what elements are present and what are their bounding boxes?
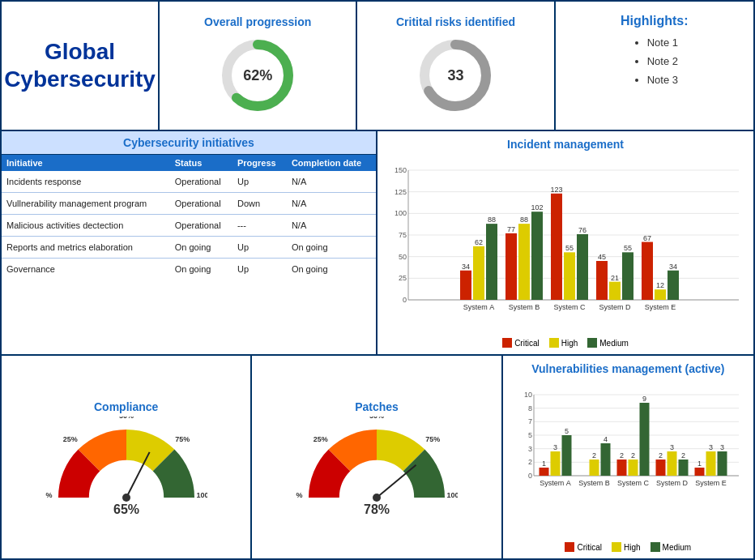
- incident-title: Incident management: [384, 138, 747, 151]
- compliance-gauge: [45, 417, 207, 514]
- initiative-status: On going: [170, 259, 232, 280]
- table-header-row: Initiative Status Progress Completion da…: [2, 155, 376, 171]
- initiative-name: Incidents response: [2, 171, 170, 193]
- initiatives-table: Initiative Status Progress Completion da…: [2, 155, 376, 280]
- initiatives-panel: Cybersecurity initiatives Initiative Sta…: [2, 131, 378, 354]
- initiatives-title: Cybersecurity initiatives: [2, 131, 376, 155]
- col-progress: Progress: [232, 155, 287, 171]
- initiative-name: Governance: [2, 259, 170, 280]
- vuln-high-box: [612, 542, 621, 552]
- highlights-title: Highlights:: [621, 14, 689, 28]
- initiative-status: Operational: [170, 215, 232, 237]
- overall-progression-donut: 62%: [217, 35, 298, 116]
- high-legend-box: [549, 338, 559, 348]
- legend-critical: Critical: [502, 338, 540, 348]
- medium-legend-box: [587, 338, 597, 348]
- highlight-note-2: Note 2: [647, 55, 678, 67]
- vuln-legend: Critical High Medium: [510, 542, 747, 552]
- initiative-name: Reports and metrics elaboration: [2, 237, 170, 259]
- table-row: Vullnerability management program Operat…: [2, 193, 376, 215]
- initiative-completion: On going: [287, 259, 376, 280]
- initiative-status: Operational: [170, 171, 232, 193]
- compliance-title: Compliance: [94, 400, 158, 413]
- vulnerabilities-panel: Vulnerabilities management (active) Crit…: [503, 356, 753, 558]
- critical-risks-label: Critital risks identified: [396, 15, 515, 28]
- initiative-progress: ---: [232, 215, 287, 237]
- vuln-chart: [510, 378, 747, 508]
- patches-panel: Patches: [252, 356, 502, 558]
- highlight-note-3: Note 3: [647, 74, 678, 86]
- vuln-legend-critical: Critical: [565, 542, 602, 552]
- legend-medium: Medium: [587, 338, 629, 348]
- title-cell: Global Cybersecurity: [2, 2, 160, 130]
- col-status: Status: [170, 155, 232, 171]
- initiatives-body: Incidents response Operational Up N/A Vu…: [2, 171, 376, 280]
- incident-legend: Critical High Medium: [384, 338, 747, 348]
- patches-gauge: [296, 417, 458, 514]
- initiative-name: Malicious activities dectection: [2, 215, 170, 237]
- initiative-progress: Up: [232, 237, 287, 259]
- vuln-critical-box: [565, 542, 574, 552]
- bot-row: Compliance Patches Vulnerabilities manag…: [2, 356, 753, 558]
- initiative-progress: Up: [232, 171, 287, 193]
- initiative-completion: N/A: [287, 215, 376, 237]
- initiative-status: On going: [170, 237, 232, 259]
- dashboard: Global Cybersecurity Overall progression…: [0, 0, 755, 560]
- vuln-critical-label: Critical: [577, 543, 602, 552]
- medium-legend-label: Medium: [599, 339, 629, 348]
- initiative-progress: Down: [232, 193, 287, 215]
- high-legend-label: High: [561, 339, 578, 348]
- initiative-completion: N/A: [287, 171, 376, 193]
- vuln-legend-medium: Medium: [650, 542, 692, 552]
- vuln-medium-label: Medium: [663, 543, 692, 552]
- initiative-completion: N/A: [287, 193, 376, 215]
- critical-risks-cell: Critital risks identified 33: [357, 2, 555, 130]
- critical-legend-box: [502, 338, 512, 348]
- vuln-legend-high: High: [612, 542, 641, 552]
- table-row: Reports and metrics elaboration On going…: [2, 237, 376, 259]
- initiative-name: Vullnerability management program: [2, 193, 170, 215]
- incident-chart-area: [384, 154, 747, 335]
- legend-high: High: [549, 338, 578, 348]
- critical-risks-value: 33: [447, 67, 463, 84]
- overall-progression-cell: Overall progression 62%: [160, 2, 357, 130]
- highlight-note-1: Note 1: [647, 36, 678, 49]
- col-completion: Completion date: [287, 155, 376, 171]
- initiative-progress: Up: [232, 259, 287, 280]
- incident-chart: [384, 154, 747, 332]
- vulnerabilities-chart-area: [510, 378, 747, 539]
- table-row: Malicious activities dectection Operatio…: [2, 215, 376, 237]
- highlights-list: Note 1 Note 2 Note 3: [631, 36, 678, 92]
- critical-legend-label: Critical: [514, 339, 540, 348]
- top-row: Global Cybersecurity Overall progression…: [2, 2, 753, 131]
- overall-progression-value: 62%: [243, 67, 272, 84]
- mid-row: Cybersecurity initiatives Initiative Sta…: [2, 131, 753, 356]
- incident-panel: Incident management Critical High Medium: [378, 131, 753, 354]
- table-row: Governance On going Up On going: [2, 259, 376, 280]
- table-row: Incidents response Operational Up N/A: [2, 171, 376, 193]
- vuln-high-label: High: [624, 543, 641, 552]
- vulnerabilities-title: Vulnerabilities management (active): [510, 362, 747, 375]
- patches-title: Patches: [355, 400, 399, 413]
- initiative-status: Operational: [170, 193, 232, 215]
- vuln-medium-box: [650, 542, 660, 552]
- critical-risks-donut: 33: [415, 35, 496, 116]
- overall-progression-label: Overall progression: [204, 15, 311, 28]
- main-title: Global Cybersecurity: [4, 38, 156, 92]
- col-initiative: Initiative: [2, 155, 170, 171]
- highlights-cell: Highlights: Note 1 Note 2 Note 3: [556, 2, 753, 130]
- compliance-panel: Compliance: [2, 356, 252, 558]
- initiative-completion: On going: [287, 237, 376, 259]
